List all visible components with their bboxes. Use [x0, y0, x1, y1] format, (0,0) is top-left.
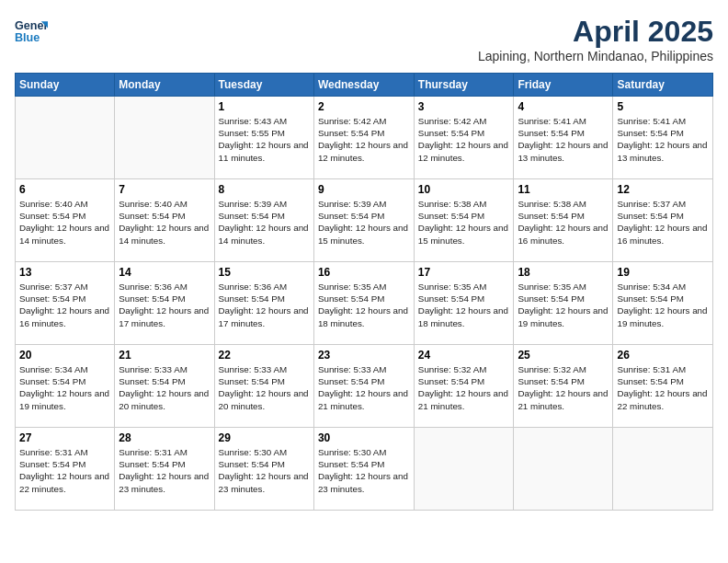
day-info: Sunrise: 5:38 AMSunset: 5:54 PMDaylight:… — [418, 198, 510, 247]
day-number: 5 — [617, 100, 709, 113]
week-row-1: 1Sunrise: 5:43 AMSunset: 5:55 PMDaylight… — [16, 97, 713, 179]
week-row-3: 13Sunrise: 5:37 AMSunset: 5:54 PMDayligh… — [16, 262, 713, 345]
day-info: Sunrise: 5:31 AMSunset: 5:54 PMDaylight:… — [19, 446, 110, 495]
logo-icon: General Blue — [15, 15, 48, 48]
day-info: Sunrise: 5:35 AMSunset: 5:54 PMDaylight:… — [318, 281, 410, 329]
calendar-cell: 28Sunrise: 5:31 AMSunset: 5:54 PMDayligh… — [115, 428, 214, 511]
day-number: 24 — [418, 349, 510, 362]
day-info: Sunrise: 5:31 AMSunset: 5:54 PMDaylight:… — [119, 446, 210, 495]
calendar-cell: 6Sunrise: 5:40 AMSunset: 5:54 PMDaylight… — [16, 179, 115, 262]
calendar-cell: 11Sunrise: 5:38 AMSunset: 5:54 PMDayligh… — [514, 179, 613, 262]
day-info: Sunrise: 5:40 AMSunset: 5:54 PMDaylight:… — [19, 198, 110, 247]
day-info: Sunrise: 5:37 AMSunset: 5:54 PMDaylight:… — [19, 281, 110, 329]
calendar-cell: 15Sunrise: 5:36 AMSunset: 5:54 PMDayligh… — [214, 262, 313, 345]
day-number: 6 — [19, 183, 110, 196]
calendar-cell: 2Sunrise: 5:42 AMSunset: 5:54 PMDaylight… — [313, 97, 414, 179]
calendar-cell: 8Sunrise: 5:39 AMSunset: 5:54 PMDaylight… — [214, 179, 313, 262]
day-info: Sunrise: 5:34 AMSunset: 5:54 PMDaylight:… — [617, 281, 709, 329]
calendar-cell: 4Sunrise: 5:41 AMSunset: 5:54 PMDaylight… — [514, 97, 613, 179]
calendar-cell: 29Sunrise: 5:30 AMSunset: 5:54 PMDayligh… — [214, 428, 313, 511]
day-number: 14 — [119, 266, 210, 279]
day-number: 2 — [318, 100, 410, 113]
day-info: Sunrise: 5:31 AMSunset: 5:54 PMDaylight:… — [617, 363, 709, 412]
calendar-cell — [115, 97, 214, 179]
calendar-cell: 5Sunrise: 5:41 AMSunset: 5:54 PMDaylight… — [613, 97, 713, 179]
day-info: Sunrise: 5:30 AMSunset: 5:54 PMDaylight:… — [219, 446, 310, 495]
day-info: Sunrise: 5:32 AMSunset: 5:54 PMDaylight:… — [518, 363, 609, 412]
day-number: 27 — [19, 431, 110, 444]
day-number: 23 — [318, 349, 410, 362]
day-info: Sunrise: 5:43 AMSunset: 5:55 PMDaylight:… — [219, 115, 310, 164]
calendar-cell: 12Sunrise: 5:37 AMSunset: 5:54 PMDayligh… — [613, 179, 713, 262]
day-info: Sunrise: 5:40 AMSunset: 5:54 PMDaylight:… — [119, 198, 210, 247]
title-block: April 2025 Lapining, Northern Mindanao, … — [478, 15, 713, 63]
day-info: Sunrise: 5:36 AMSunset: 5:54 PMDaylight:… — [219, 281, 310, 329]
weekday-header-saturday: Saturday — [613, 74, 713, 97]
calendar-cell: 17Sunrise: 5:35 AMSunset: 5:54 PMDayligh… — [414, 262, 514, 345]
day-info: Sunrise: 5:30 AMSunset: 5:54 PMDaylight:… — [318, 446, 410, 495]
calendar-cell — [16, 97, 115, 179]
day-number: 8 — [219, 183, 310, 196]
week-row-2: 6Sunrise: 5:40 AMSunset: 5:54 PMDaylight… — [16, 179, 713, 262]
day-number: 19 — [617, 266, 709, 279]
calendar-cell: 21Sunrise: 5:33 AMSunset: 5:54 PMDayligh… — [115, 345, 214, 428]
day-number: 26 — [617, 349, 709, 362]
day-number: 1 — [219, 100, 310, 113]
calendar-cell: 30Sunrise: 5:30 AMSunset: 5:54 PMDayligh… — [313, 428, 414, 511]
day-number: 9 — [318, 183, 410, 196]
day-number: 28 — [119, 431, 210, 444]
weekday-header-wednesday: Wednesday — [313, 74, 414, 97]
day-number: 17 — [418, 266, 510, 279]
day-number: 21 — [119, 349, 210, 362]
day-info: Sunrise: 5:41 AMSunset: 5:54 PMDaylight:… — [617, 115, 709, 164]
calendar-table: SundayMondayTuesdayWednesdayThursdayFrid… — [15, 73, 713, 511]
day-info: Sunrise: 5:41 AMSunset: 5:54 PMDaylight:… — [518, 115, 609, 164]
calendar-cell — [613, 428, 713, 511]
week-row-5: 27Sunrise: 5:31 AMSunset: 5:54 PMDayligh… — [16, 428, 713, 511]
day-info: Sunrise: 5:37 AMSunset: 5:54 PMDaylight:… — [617, 198, 709, 247]
day-number: 7 — [119, 183, 210, 196]
calendar-cell: 26Sunrise: 5:31 AMSunset: 5:54 PMDayligh… — [613, 345, 713, 428]
calendar-cell: 1Sunrise: 5:43 AMSunset: 5:55 PMDaylight… — [214, 97, 313, 179]
day-info: Sunrise: 5:33 AMSunset: 5:54 PMDaylight:… — [119, 363, 210, 412]
weekday-header-thursday: Thursday — [414, 74, 514, 97]
day-info: Sunrise: 5:33 AMSunset: 5:54 PMDaylight:… — [318, 363, 410, 412]
calendar-cell: 9Sunrise: 5:39 AMSunset: 5:54 PMDaylight… — [313, 179, 414, 262]
day-info: Sunrise: 5:34 AMSunset: 5:54 PMDaylight:… — [19, 363, 110, 412]
day-number: 3 — [418, 100, 510, 113]
month-title: April 2025 — [478, 15, 713, 49]
calendar-cell: 24Sunrise: 5:32 AMSunset: 5:54 PMDayligh… — [414, 345, 514, 428]
calendar-cell: 13Sunrise: 5:37 AMSunset: 5:54 PMDayligh… — [16, 262, 115, 345]
day-info: Sunrise: 5:39 AMSunset: 5:54 PMDaylight:… — [318, 198, 410, 247]
weekday-header-row: SundayMondayTuesdayWednesdayThursdayFrid… — [16, 74, 713, 97]
calendar-cell: 27Sunrise: 5:31 AMSunset: 5:54 PMDayligh… — [16, 428, 115, 511]
calendar-cell: 18Sunrise: 5:35 AMSunset: 5:54 PMDayligh… — [514, 262, 613, 345]
calendar-cell: 20Sunrise: 5:34 AMSunset: 5:54 PMDayligh… — [16, 345, 115, 428]
weekday-header-friday: Friday — [514, 74, 613, 97]
day-number: 22 — [219, 349, 310, 362]
weekday-header-monday: Monday — [115, 74, 214, 97]
day-number: 15 — [219, 266, 310, 279]
week-row-4: 20Sunrise: 5:34 AMSunset: 5:54 PMDayligh… — [16, 345, 713, 428]
day-info: Sunrise: 5:38 AMSunset: 5:54 PMDaylight:… — [518, 198, 609, 247]
day-info: Sunrise: 5:42 AMSunset: 5:54 PMDaylight:… — [418, 115, 510, 164]
weekday-header-tuesday: Tuesday — [214, 74, 313, 97]
calendar-cell: 14Sunrise: 5:36 AMSunset: 5:54 PMDayligh… — [115, 262, 214, 345]
location-subtitle: Lapining, Northern Mindanao, Philippines — [478, 49, 713, 63]
day-number: 30 — [318, 431, 410, 444]
calendar-cell: 3Sunrise: 5:42 AMSunset: 5:54 PMDaylight… — [414, 97, 514, 179]
weekday-header-sunday: Sunday — [16, 74, 115, 97]
day-number: 11 — [518, 183, 609, 196]
day-number: 20 — [19, 349, 110, 362]
calendar-cell: 7Sunrise: 5:40 AMSunset: 5:54 PMDaylight… — [115, 179, 214, 262]
day-info: Sunrise: 5:42 AMSunset: 5:54 PMDaylight:… — [318, 115, 410, 164]
day-number: 18 — [518, 266, 609, 279]
calendar-cell: 25Sunrise: 5:32 AMSunset: 5:54 PMDayligh… — [514, 345, 613, 428]
calendar-cell: 23Sunrise: 5:33 AMSunset: 5:54 PMDayligh… — [313, 345, 414, 428]
calendar-cell: 19Sunrise: 5:34 AMSunset: 5:54 PMDayligh… — [613, 262, 713, 345]
day-info: Sunrise: 5:36 AMSunset: 5:54 PMDaylight:… — [119, 281, 210, 329]
day-number: 4 — [518, 100, 609, 113]
day-info: Sunrise: 5:32 AMSunset: 5:54 PMDaylight:… — [418, 363, 510, 412]
calendar-cell: 10Sunrise: 5:38 AMSunset: 5:54 PMDayligh… — [414, 179, 514, 262]
logo: General Blue — [15, 15, 48, 48]
